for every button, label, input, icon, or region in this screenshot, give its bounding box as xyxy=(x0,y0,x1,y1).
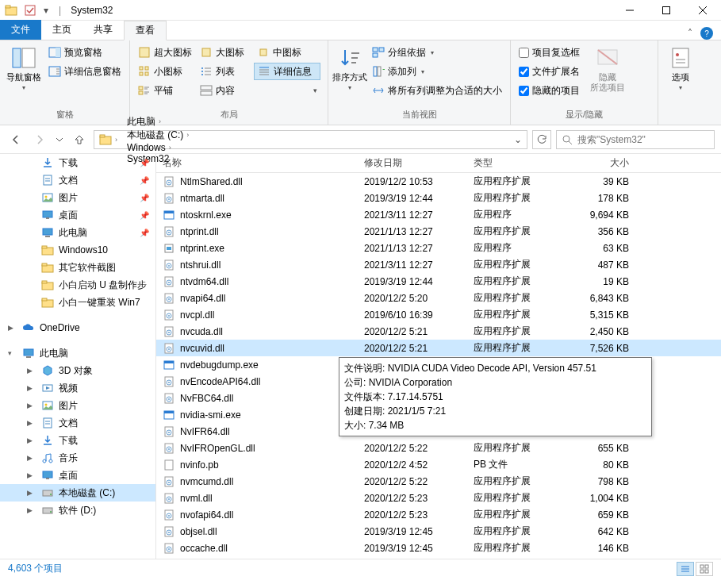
file-row[interactable]: ntshrui.dll2021/3/11 12:27应用程序扩展487 KB xyxy=(156,256,721,273)
tree-item[interactable]: 下载📌 xyxy=(0,154,155,171)
address-bar[interactable]: › 此电脑›本地磁盘 (C:)›Windows›System32› ⌄ xyxy=(94,130,527,149)
file-row[interactable]: objsel.dll2019/3/19 12:45应用程序扩展642 KB xyxy=(156,523,721,540)
tree-item[interactable]: 小白启动 U 盘制作步 xyxy=(0,276,155,294)
svg-rect-15 xyxy=(140,48,149,57)
tree-item[interactable]: ▶软件 (D:) xyxy=(0,502,155,519)
video-icon xyxy=(41,382,54,394)
doc-icon xyxy=(41,174,54,186)
details-view-toggle[interactable] xyxy=(677,562,694,576)
file-row[interactable]: nvinfo.pb2020/12/2 4:52PB 文件80 KB xyxy=(156,456,721,473)
file-row[interactable]: NvIFROpenGL.dll2020/12/2 5:22应用程序扩展655 K… xyxy=(156,440,721,456)
tree-item[interactable]: 小白一键重装 Win7 xyxy=(0,294,155,311)
groupby-button[interactable]: 分组依据▾ xyxy=(369,44,505,61)
breadcrumb[interactable]: 此电脑› xyxy=(122,115,194,129)
svg-rect-10 xyxy=(56,48,60,57)
tree-item[interactable]: 桌面📌 xyxy=(0,206,155,224)
column-headers[interactable]: 名称 修改日期 类型 大小 xyxy=(156,154,721,173)
sizeall-button[interactable]: 将所有列调整为合适的大小 xyxy=(369,82,505,99)
disk-icon xyxy=(41,504,54,517)
tree-item[interactable]: ▾此电脑 xyxy=(0,344,155,362)
help-icon[interactable]: ? xyxy=(700,27,713,40)
large-icons-button[interactable]: 大图标 xyxy=(197,44,251,61)
folder-icon xyxy=(99,133,112,146)
file-row[interactable]: nvmcumd.dll2020/12/2 5:22应用程序扩展798 KB xyxy=(156,473,721,490)
maximize-button[interactable] xyxy=(648,0,685,21)
extra-large-icons-button[interactable]: 超大图标 xyxy=(135,44,194,61)
file-row[interactable]: nvcuvid.dll2020/12/2 5:21应用程序扩展7,526 KB xyxy=(156,340,721,356)
hide-selected-button[interactable]: 隐藏 所选项目 xyxy=(585,42,631,109)
search-input[interactable] xyxy=(577,134,709,145)
item-checkboxes-toggle[interactable]: 项目复选框 xyxy=(516,44,583,61)
tab-view[interactable]: 查看 xyxy=(124,21,167,40)
small-icons-button[interactable]: 小图标 xyxy=(135,63,194,80)
up-button[interactable] xyxy=(70,130,89,149)
navigation-pane-button[interactable]: 导航窗格 ▾ xyxy=(3,42,44,109)
col-name[interactable]: 名称 xyxy=(156,156,358,170)
svg-rect-78 xyxy=(26,356,31,358)
tiles-button[interactable]: 平铺 xyxy=(135,82,194,99)
file-row[interactable]: ntvdm64.dll2019/3/19 12:44应用程序扩展19 KB xyxy=(156,273,721,290)
file-row[interactable]: ntmarta.dll2019/3/19 12:44应用程序扩展178 KB xyxy=(156,190,721,206)
file-row[interactable]: nvml.dll2020/12/2 5:23应用程序扩展1,004 KB xyxy=(156,490,721,506)
file-row[interactable]: nvofapi64.dll2020/12/2 5:23应用程序扩展659 KB xyxy=(156,506,721,523)
hidden-items-toggle[interactable]: 隐藏的项目 xyxy=(516,82,583,99)
options-button[interactable]: 选项 ▾ xyxy=(662,42,700,109)
file-extensions-toggle[interactable]: 文件扩展名 xyxy=(516,63,583,80)
properties-icon[interactable] xyxy=(24,4,36,17)
search-box[interactable] xyxy=(556,130,715,149)
minimize-ribbon-icon[interactable]: ˄ xyxy=(688,28,692,39)
layout-more-button[interactable]: ▾ xyxy=(254,82,320,99)
forward-button[interactable] xyxy=(30,130,49,149)
tree-item[interactable]: 文档📌 xyxy=(0,171,155,189)
recent-locations-button[interactable] xyxy=(54,130,65,149)
back-button[interactable] xyxy=(6,130,25,149)
address-dropdown-icon[interactable]: ⌄ xyxy=(509,134,527,145)
tree-item[interactable]: ▶桌面 xyxy=(0,467,155,484)
file-row[interactable]: occache.dll2019/3/19 12:45应用程序扩展146 KB xyxy=(156,540,721,556)
svg-point-31 xyxy=(201,74,203,75)
file-row[interactable]: ntprint.dll2021/1/13 12:27应用程序扩展356 KB xyxy=(156,223,721,240)
large-icons-toggle[interactable] xyxy=(696,562,713,576)
tree-item[interactable]: Windows10 xyxy=(0,241,155,259)
navigation-tree[interactable]: 下载📌文档📌图片📌桌面📌此电脑📌Windows10其它软件截图小白启动 U 盘制… xyxy=(0,154,156,559)
tree-item[interactable]: ▶图片 xyxy=(0,397,155,414)
tree-item[interactable]: 图片📌 xyxy=(0,189,155,206)
breadcrumb[interactable]: Windows› xyxy=(122,142,194,153)
col-type[interactable]: 类型 xyxy=(467,156,564,170)
medium-icons-button[interactable]: 中图标 xyxy=(254,44,320,61)
pic-icon xyxy=(41,399,54,412)
tree-item[interactable]: 其它软件截图 xyxy=(0,259,155,276)
details-view-button[interactable]: 详细信息 xyxy=(254,63,320,80)
minimize-button[interactable] xyxy=(612,0,648,21)
tree-item[interactable]: ▶OneDrive xyxy=(0,319,155,336)
addcolumns-button[interactable]: +添加列▾ xyxy=(369,63,505,80)
preview-pane-button[interactable]: 预览窗格 xyxy=(45,44,125,61)
list-button[interactable]: 列表 xyxy=(197,63,251,80)
tree-item[interactable]: ▶视频 xyxy=(0,379,155,397)
file-row[interactable]: ntprint.exe2021/1/13 12:27应用程序63 KB xyxy=(156,240,721,256)
tree-item[interactable]: ▶3D 对象 xyxy=(0,362,155,379)
tab-home[interactable]: 主页 xyxy=(41,20,82,40)
sortby-button[interactable]: 排序方式 ▾ xyxy=(332,42,367,109)
content-button[interactable]: 内容 xyxy=(197,82,251,99)
col-date[interactable]: 修改日期 xyxy=(358,156,467,170)
details-pane-button[interactable]: 详细信息窗格 xyxy=(45,63,125,80)
close-button[interactable] xyxy=(685,0,721,21)
file-row[interactable]: nvapi64.dll2020/12/2 5:20应用程序扩展6,843 KB xyxy=(156,290,721,306)
tab-file[interactable]: 文件 xyxy=(0,20,41,40)
file-row[interactable]: NtlmShared.dll2019/12/2 10:53应用程序扩展39 KB xyxy=(156,173,721,190)
svg-rect-19 xyxy=(145,72,148,75)
file-row[interactable]: nvcpl.dll2019/6/10 16:39应用程序扩展5,315 KB xyxy=(156,306,721,323)
file-row[interactable]: nvcuda.dll2020/12/2 5:21应用程序扩展2,450 KB xyxy=(156,323,721,340)
breadcrumb[interactable]: 本地磁盘 (C:)› xyxy=(122,129,194,142)
tree-item[interactable]: ▶下载 xyxy=(0,432,155,449)
qat-dropdown-icon[interactable]: ▾ xyxy=(43,4,49,17)
tab-share[interactable]: 共享 xyxy=(82,20,124,40)
tree-item[interactable]: 此电脑📌 xyxy=(0,224,155,241)
col-size[interactable]: 大小 xyxy=(564,156,635,170)
refresh-button[interactable] xyxy=(532,130,551,149)
tree-item[interactable]: ▶文档 xyxy=(0,414,155,432)
tree-item[interactable]: ▶音乐 xyxy=(0,449,155,467)
file-row[interactable]: ntoskrnl.exe2021/3/11 12:27应用程序9,694 KB xyxy=(156,206,721,223)
tree-item[interactable]: ▶本地磁盘 (C:) xyxy=(0,484,155,502)
